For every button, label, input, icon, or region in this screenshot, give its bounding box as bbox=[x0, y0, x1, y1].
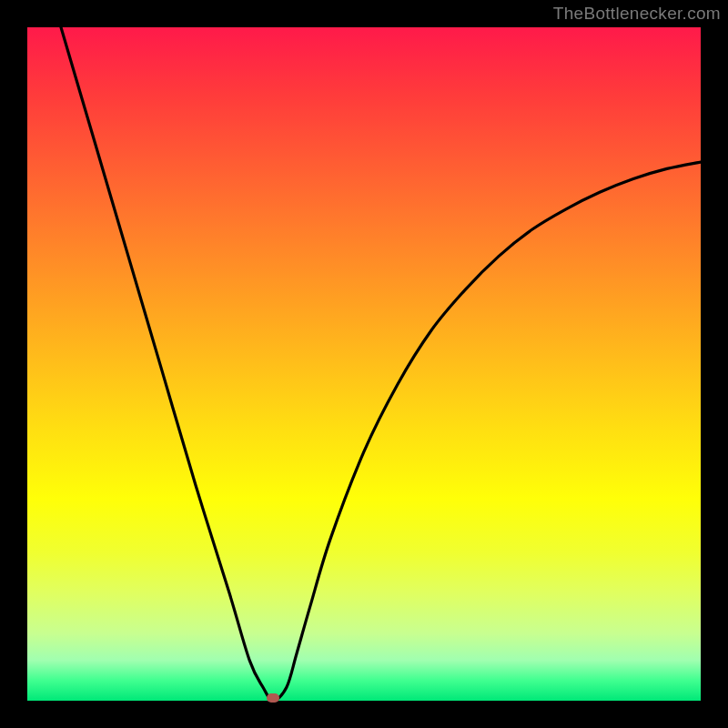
plot-area bbox=[27, 27, 701, 701]
bottleneck-curve bbox=[61, 27, 701, 701]
attribution-text: TheBottlenecker.com bbox=[553, 4, 721, 24]
curve-svg bbox=[27, 27, 701, 701]
chart-frame: TheBottlenecker.com bbox=[0, 0, 728, 728]
minimum-point-marker bbox=[267, 693, 279, 703]
